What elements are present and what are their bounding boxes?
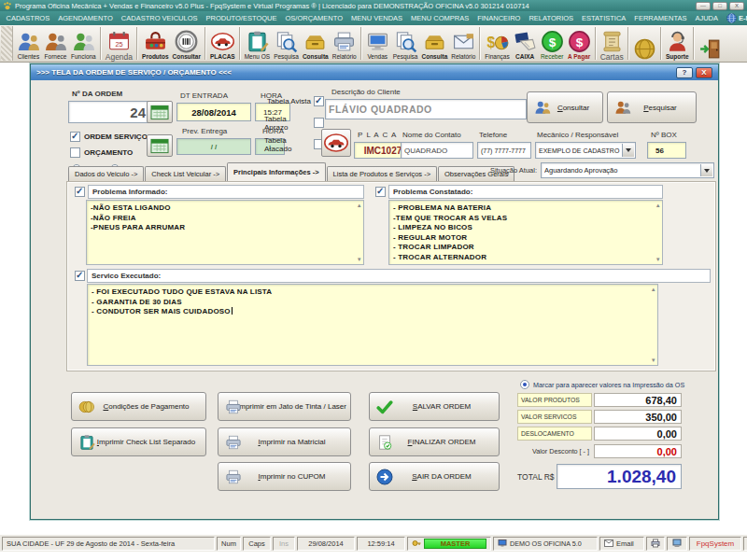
menu-menu-vendas[interactable]: MENU VENDAS bbox=[347, 14, 407, 22]
toolbar-menu-os[interactable]: Menu OS bbox=[243, 25, 272, 62]
toolbar-produtos[interactable]: Produtos bbox=[140, 25, 171, 62]
close-button[interactable]: X bbox=[729, 2, 744, 10]
toolbar-exit-door[interactable] bbox=[697, 25, 724, 62]
menu-relatorios[interactable]: RELATORIOS bbox=[525, 14, 578, 22]
menu-agendamento[interactable]: AGENDAMENTO bbox=[54, 14, 118, 22]
entry-date-field[interactable]: 28/08/2014 bbox=[176, 103, 251, 121]
mechanic-select[interactable]: EXEMPLO DE CADASTRO bbox=[535, 142, 636, 159]
restore-button[interactable]: □ bbox=[712, 2, 727, 10]
menu-cadastros[interactable]: CADASTROS bbox=[2, 14, 54, 22]
menu-ferramentas[interactable]: FERRAMENTAS bbox=[630, 14, 691, 22]
menu-cadastro-veiculos[interactable]: CADASTRO VEICULOS bbox=[117, 14, 202, 22]
status-monitor[interactable] bbox=[667, 537, 687, 551]
scroll-down-icon[interactable]: ▼ bbox=[651, 357, 656, 363]
print-inkjet-button[interactable]: Imprimir em Jato de Tinta / Laser bbox=[218, 392, 351, 421]
contact-name-field[interactable]: QUADRADO bbox=[401, 142, 473, 159]
toolbar-relat-rio[interactable]: Relatório bbox=[449, 25, 477, 62]
menu-ajuda[interactable]: AJUDA bbox=[691, 14, 723, 22]
client-name-input[interactable]: FLÁVIO QUADRADO bbox=[325, 99, 527, 119]
service-executed-header[interactable]: Servico Executado: bbox=[87, 269, 711, 283]
price-table-checkbox[interactable] bbox=[314, 96, 324, 106]
search-client-button[interactable]: Pesquisar bbox=[607, 91, 697, 123]
toolbar-placas[interactable]: PLACAS bbox=[208, 25, 237, 62]
toolbar-agenda[interactable]: 25Agenda bbox=[104, 25, 134, 62]
menu-os-or-amento[interactable]: OS/ORÇAMENTO bbox=[281, 14, 347, 22]
delivery-date-calendar-button[interactable] bbox=[147, 134, 173, 157]
toolbar-a-pagar[interactable]: $A Pagar bbox=[566, 25, 593, 62]
totals-row-value[interactable]: 350,00 bbox=[594, 410, 682, 424]
toolbar-consultar[interactable]: Consultar bbox=[171, 25, 203, 62]
problem-reported-textarea[interactable]: ▲ ▼ -NÃO ESTA LIGANDO-NÃO FREIA-PNEUS PA… bbox=[86, 200, 364, 265]
problem-found-header[interactable]: Problema Constatado: bbox=[388, 185, 663, 199]
status-printer[interactable] bbox=[646, 537, 665, 551]
toolbar-suporte[interactable]: Suporte bbox=[664, 25, 691, 62]
toolbar-pesquisa[interactable]: Pesquisa bbox=[272, 25, 301, 62]
os-close-button[interactable]: X bbox=[696, 67, 712, 78]
status-email[interactable]: Email bbox=[599, 537, 644, 551]
discount-value[interactable]: 0,00 bbox=[594, 444, 682, 458]
scroll-up-icon[interactable]: ▲ bbox=[357, 203, 362, 208]
scroll-down-icon[interactable]: ▼ bbox=[655, 257, 661, 262]
print-values-option[interactable]: Marcar para aparecer valores na Impressã… bbox=[520, 380, 684, 389]
toolbar-pesquisa[interactable]: Pesquisa bbox=[391, 25, 420, 62]
menu-produto-estoque[interactable]: PRODUTO/ESTOQUE bbox=[202, 14, 281, 22]
toolbar-finan-as[interactable]: $Finanças bbox=[483, 25, 511, 62]
toolbar-relat-rio[interactable]: Relatório bbox=[331, 25, 359, 62]
menu-financeiro[interactable]: FINANCEIRO bbox=[473, 14, 525, 22]
scroll-down-icon[interactable]: ▼ bbox=[357, 257, 362, 262]
delivery-forecast-field[interactable]: / / bbox=[176, 138, 251, 155]
price-table-option-2[interactable]: Tabela Aprazo bbox=[264, 117, 324, 129]
order-service-checkbox[interactable] bbox=[70, 132, 80, 142]
toolbar-receber[interactable]: $Receber bbox=[539, 25, 566, 62]
box-number-field[interactable]: 56 bbox=[647, 142, 686, 159]
minimize-button[interactable]: — bbox=[696, 2, 711, 10]
toolbar-consulta[interactable]: Consulta bbox=[419, 25, 449, 62]
service-executed-checkbox[interactable] bbox=[75, 271, 85, 281]
toolbar-coin[interactable] bbox=[631, 25, 658, 62]
current-status-select[interactable]: Aguardando Aprovação bbox=[541, 162, 714, 178]
menu-estatistica[interactable]: ESTATISTICA bbox=[578, 14, 630, 22]
consult-client-button[interactable]: Consultar bbox=[527, 91, 603, 123]
toolbar-caixa[interactable]: CAIXA bbox=[512, 25, 539, 62]
price-table-option-1[interactable]: Tabela Avista bbox=[264, 95, 324, 107]
order-number-input[interactable]: 24 bbox=[68, 101, 154, 123]
menu-email[interactable]: E-MAIL bbox=[723, 13, 747, 23]
budget-checkbox-row[interactable]: ORÇAMENTO bbox=[70, 147, 133, 158]
entry-date-calendar-button[interactable] bbox=[147, 101, 173, 123]
tab-dados-do-veiculo[interactable]: Dados do Veiculo -> bbox=[68, 166, 144, 181]
service-executed-textarea[interactable]: ▲ ▼ - FOI EXECUTADO TUDO QUE ESTAVA NA L… bbox=[87, 284, 658, 366]
problem-found-textarea[interactable]: ▲ ▼ - PROBLEMA NA BATERIA-TEM QUE TROCAR… bbox=[388, 200, 663, 265]
totals-row-value[interactable]: 0,00 bbox=[594, 427, 682, 441]
tab-principais-informa-es[interactable]: Principais Informações -> bbox=[227, 162, 326, 181]
scroll-up-icon[interactable]: ▲ bbox=[651, 287, 656, 292]
toolbar-cartas[interactable]: Cartas bbox=[599, 25, 626, 62]
chevron-down-icon[interactable] bbox=[622, 144, 634, 157]
print-checklist-button[interactable]: Imprimir Check List Separado bbox=[71, 427, 206, 456]
tab-lista-de-produtos-e-servi-os[interactable]: Lista de Produtos e Serviços -> bbox=[327, 166, 437, 181]
problem-found-checkbox[interactable] bbox=[375, 187, 386, 197]
problem-reported-header[interactable]: Problema Informado: bbox=[88, 185, 364, 199]
phone-field[interactable]: (77) 7777-7777 bbox=[477, 142, 531, 159]
print-values-radio[interactable] bbox=[520, 380, 529, 389]
finish-order-button[interactable]: FINALIZAR ORDEM bbox=[369, 427, 500, 456]
toolbar-funciona[interactable]: Funciona bbox=[69, 25, 98, 62]
exit-order-button[interactable]: SAIR DA ORDEM bbox=[369, 462, 500, 491]
price-table-checkbox[interactable] bbox=[314, 118, 324, 128]
tab-check-list-veicular[interactable]: Check List Veicular -> bbox=[145, 166, 226, 181]
toolbar-clientes[interactable]: Clientes bbox=[15, 25, 42, 62]
totals-row-value[interactable]: 678,40 bbox=[594, 393, 682, 407]
order-service-checkbox-row[interactable]: ORDEM SERVIÇO bbox=[70, 132, 148, 142]
print-matrix-button[interactable]: Imprimir na Matricial bbox=[218, 427, 351, 456]
menu-menu-compras[interactable]: MENU COMPRAS bbox=[407, 14, 473, 22]
scroll-up-icon[interactable]: ▲ bbox=[655, 203, 661, 208]
price-table-option-3[interactable]: Tabela Atacado bbox=[264, 138, 324, 150]
payment-conditions-button[interactable]: Condições de Pagamento bbox=[71, 392, 206, 421]
toolbar-consulta[interactable]: Consulta bbox=[301, 25, 331, 62]
plate-lookup-button[interactable] bbox=[321, 129, 351, 157]
help-button[interactable]: ? bbox=[676, 67, 693, 78]
toolbar-fornece[interactable]: Fornece bbox=[42, 25, 69, 62]
chevron-down-icon[interactable] bbox=[700, 164, 712, 176]
save-order-button[interactable]: SALVAR ORDEM bbox=[369, 392, 500, 421]
budget-checkbox[interactable] bbox=[70, 147, 80, 158]
problem-reported-checkbox[interactable] bbox=[75, 187, 85, 197]
